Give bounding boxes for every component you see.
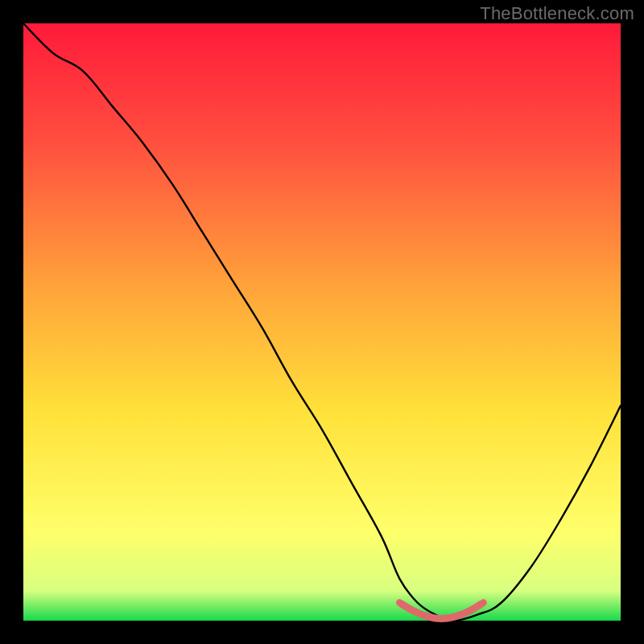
watermark-text: TheBottleneck.com — [480, 3, 634, 24]
chart-frame: TheBottleneck.com — [0, 0, 644, 644]
bottleneck-chart — [0, 0, 644, 644]
plot-background — [23, 23, 621, 621]
